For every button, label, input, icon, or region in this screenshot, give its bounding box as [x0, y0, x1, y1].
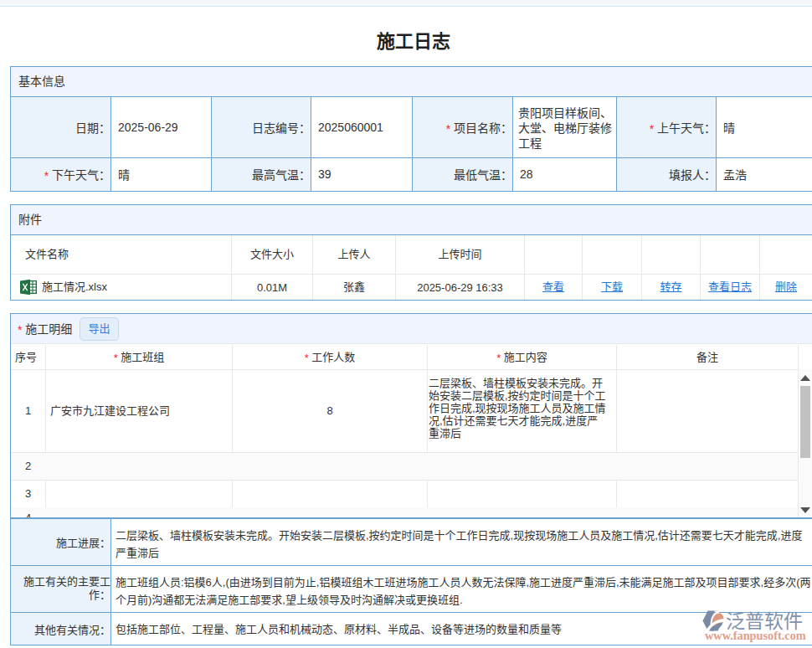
svg-text:www.fanpusoft.com: www.fanpusoft.com: [705, 629, 806, 642]
